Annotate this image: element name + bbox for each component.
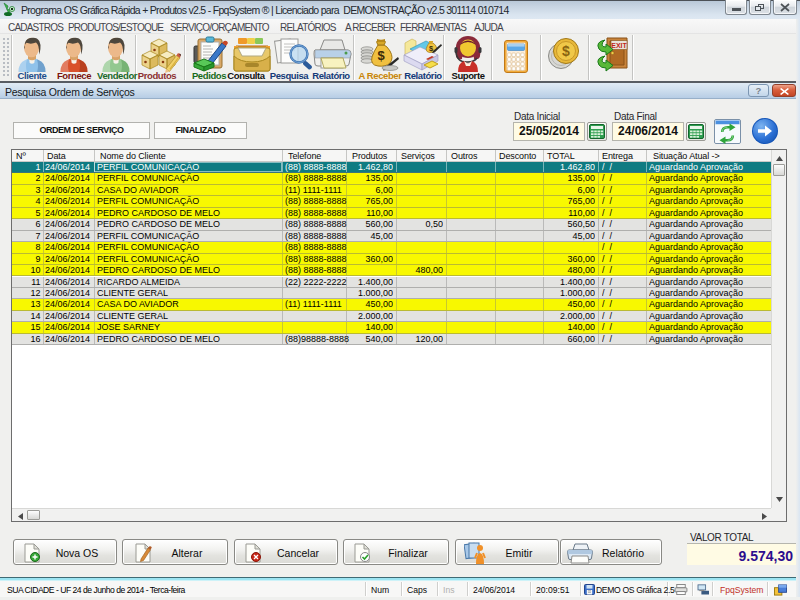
svg-text:$: $ [562,43,570,59]
svg-text:$: $ [377,48,385,63]
svg-text:EXIT: EXIT [611,42,627,49]
